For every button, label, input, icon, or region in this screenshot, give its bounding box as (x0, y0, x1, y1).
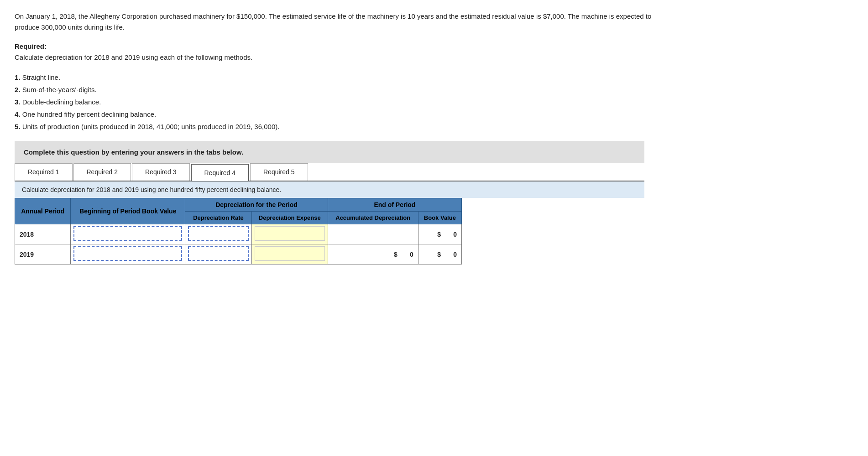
depreciation-table: Annual Period Beginning of Period Book V… (15, 198, 462, 264)
col-end-of-period-header: End of Period (328, 198, 461, 212)
accumulated-2018-cell (328, 224, 418, 244)
tab-required-3[interactable]: Required 3 (132, 163, 190, 181)
tabs-container: Required 1 Required 2 Required 3 Require… (15, 163, 644, 181)
book-value-2018-cell: $ 0 (418, 224, 461, 244)
dep-expense-2018-cell[interactable] (251, 224, 328, 244)
depreciation-table-section: Annual Period Beginning of Period Book V… (15, 198, 462, 264)
col-dep-expense-header: Depreciation Expense (251, 212, 328, 224)
accumulated-2019-cell: $ 0 (328, 244, 418, 264)
table-row-2018: 2018 $ 0 (15, 224, 462, 244)
table-row-2019: 2019 $ 0 $ (15, 244, 462, 264)
instruction-box: Complete this question by entering your … (15, 141, 644, 163)
method-4: 4. One hundred fifty percent declining b… (15, 108, 853, 120)
method-1: 1. Straight line. (15, 71, 853, 83)
dep-expense-2018-input[interactable] (255, 226, 325, 241)
tab-description-text: Calculate depreciation for 2018 and 2019… (22, 186, 281, 193)
col-dep-rate-header: Depreciation Rate (185, 212, 251, 224)
col-accumulated-dep-header: Accumulated Depreciation (328, 212, 418, 224)
required-label: Required: (15, 41, 654, 52)
methods-list: 1. Straight line. 2. Sum-of-the-years'-d… (15, 71, 853, 133)
tab-required-4[interactable]: Required 4 (191, 164, 250, 181)
accumulated-2019-dollar: $ (394, 251, 397, 258)
tab-content-description: Calculate depreciation for 2018 and 2019… (15, 181, 644, 198)
instruction-box-text: Complete this question by entering your … (24, 148, 243, 156)
required-section: Required: Calculate depreciation for 201… (15, 41, 654, 63)
method-2: 2. Sum-of-the-years'-digits. (15, 83, 853, 96)
required-instruction: Calculate depreciation for 2018 and 2019… (15, 52, 654, 63)
col-annual-period-header: Annual Period (15, 198, 71, 224)
book-value-2019-dollar: $ (437, 251, 441, 258)
beginning-book-value-2018-input[interactable] (73, 226, 182, 241)
dep-expense-2019-input[interactable] (255, 246, 325, 261)
dep-rate-2019-cell[interactable] (185, 244, 251, 264)
dep-expense-2019-cell[interactable] (251, 244, 328, 264)
table-header-top: Annual Period Beginning of Period Book V… (15, 198, 462, 212)
dep-rate-2019-input[interactable] (188, 246, 248, 261)
col-depreciation-period-header: Depreciation for the Period (185, 198, 328, 212)
dep-rate-2018-cell[interactable] (185, 224, 251, 244)
tab-required-1[interactable]: Required 1 (15, 163, 73, 181)
book-value-2018-value: 0 (453, 231, 457, 238)
method-3: 3. Double-declining balance. (15, 96, 853, 108)
tab-required-2[interactable]: Required 2 (73, 163, 131, 181)
intro-text: On January 1, 2018, the Allegheny Corpor… (15, 12, 651, 31)
col-beginning-book-value-header: Beginning of Period Book Value (71, 198, 185, 224)
year-2019: 2019 (15, 244, 71, 264)
dep-rate-2018-input[interactable] (188, 226, 248, 241)
book-value-2018-dollar: $ (437, 231, 441, 238)
year-2018: 2018 (15, 224, 71, 244)
col-book-value-header: Book Value (418, 212, 461, 224)
beginning-book-value-2019-input[interactable] (73, 246, 182, 261)
tab-required-5[interactable]: Required 5 (250, 163, 308, 181)
method-5: 5. Units of production (units produced i… (15, 120, 853, 133)
accumulated-2019-value: 0 (410, 251, 413, 258)
book-value-2019-cell: $ 0 (418, 244, 461, 264)
book-value-2019-value: 0 (453, 251, 457, 258)
beginning-book-value-2018-cell[interactable] (71, 224, 185, 244)
intro-paragraph: On January 1, 2018, the Allegheny Corpor… (15, 11, 654, 33)
beginning-book-value-2019-cell[interactable] (71, 244, 185, 264)
